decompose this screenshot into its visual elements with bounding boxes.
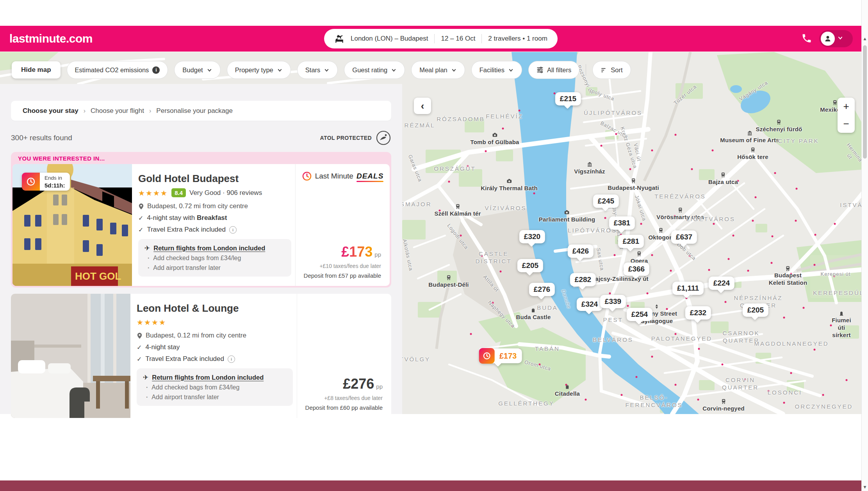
map-price-pin[interactable]: £205 — [743, 304, 768, 317]
scrollbar-thumb[interactable] — [863, 45, 867, 159]
chevron-right-icon: › — [149, 107, 151, 114]
hotel-dot-marker — [675, 384, 677, 386]
feature-text: 4-night stay — [145, 343, 180, 351]
location-pin-icon — [137, 332, 143, 339]
map-price-pin[interactable]: £254 — [627, 308, 652, 321]
hide-map-button[interactable]: Hide map — [12, 61, 61, 79]
map-price-pin[interactable]: £381 — [609, 216, 635, 230]
breadcrumb-step-flight[interactable]: Choose your flight — [91, 107, 144, 115]
flight-bullet: Add checked bags from £34/leg — [144, 255, 285, 262]
map-label: Budapest-Nyugati — [608, 178, 659, 192]
map-label: PEST — [603, 316, 623, 324]
info-icon[interactable]: i — [228, 355, 235, 363]
plane-bed-icon — [334, 34, 344, 44]
star-icons: ★★★★ — [137, 318, 166, 327]
map-price-pin[interactable]: £281 — [618, 235, 644, 248]
chevron-down-icon — [324, 67, 330, 73]
phone-button[interactable] — [800, 32, 814, 46]
hotel-name[interactable]: Leon Hotel & Lounge — [137, 302, 293, 314]
map-price-pin[interactable]: £245 — [593, 195, 619, 208]
hotel-dot-marker — [636, 376, 638, 378]
chevron-right-icon: › — [84, 107, 86, 114]
results-meta-row: 300+ results found ATOL PROTECTED — [11, 130, 391, 146]
hotel-dot-marker — [604, 217, 606, 219]
filter-co2[interactable]: Estimated CO2 emissions i — [67, 61, 168, 79]
price-column: £276pp +£8 taxes/fees due later Deposit … — [297, 294, 391, 418]
lastminute-results-page: ‹ + − RÉZMÁLRÓZSADOMBFELHÉVÍZTomb of Gül… — [0, 0, 868, 491]
price-block: £173pp +£10 taxes/fees due later Deposit… — [296, 244, 390, 279]
chevron-down-icon — [451, 67, 457, 73]
hotel-image[interactable]: HOT GOL Ends in 5d:11h: — [12, 164, 132, 286]
filter-guest-rating[interactable]: Guest rating — [344, 61, 405, 79]
sort-icon — [601, 67, 607, 73]
map-back-button[interactable]: ‹ — [414, 98, 431, 114]
scrollbar-down-arrow[interactable]: ▼ — [862, 485, 868, 489]
hotel-dot-marker — [783, 317, 785, 319]
scrollbar-up-arrow[interactable]: ▲ — [862, 37, 868, 41]
flights-included-link[interactable]: Return flights from London included — [152, 374, 264, 381]
map-price-pin[interactable]: £339 — [600, 295, 626, 308]
map-price-pin[interactable]: £173 — [479, 348, 522, 363]
hotel-dot-marker — [691, 168, 693, 170]
plane-icon: ✈ — [144, 244, 150, 252]
flights-included-link[interactable]: Return flights from London included — [153, 245, 265, 252]
all-filters-button[interactable]: All filters — [528, 61, 579, 79]
zoom-out-button[interactable]: − — [838, 115, 855, 133]
map-price-pin[interactable]: £215 — [555, 92, 581, 105]
hotel-image[interactable] — [11, 294, 130, 418]
filter-meal-plan[interactable]: Meal plan — [411, 61, 465, 79]
ends-in-time: 5d:11h: — [45, 182, 65, 189]
atol-protected: ATOL PROTECTED — [320, 130, 391, 146]
info-icon[interactable]: i — [229, 226, 237, 234]
browser-scrollbar[interactable]: ▲ ▼ — [861, 0, 868, 491]
breadcrumb-step-package[interactable]: Personalise your package — [156, 107, 233, 115]
map-label: RÓZSADOMB — [437, 116, 485, 123]
hotel-dot-marker — [647, 293, 649, 295]
hotel-card[interactable]: HOT GOL Ends in 5d:11h: — [12, 164, 390, 286]
map-label: Oktogon — [648, 228, 673, 241]
rail-icon — [721, 399, 726, 404]
sort-button[interactable]: Sort — [592, 61, 631, 79]
rating-score-badge: 8.4 — [171, 188, 186, 197]
results-count: 300+ results found — [11, 134, 72, 142]
map-price-pin[interactable]: £282 — [570, 273, 596, 286]
price-taxes: +£8 taxes/fees due later — [297, 395, 383, 401]
map-price-pin[interactable]: £426 — [568, 245, 594, 258]
map-price-pin[interactable]: £324 — [577, 298, 602, 311]
hotel-dot-marker — [675, 134, 677, 136]
hotel-name[interactable]: Gold Hotel Budapest — [138, 173, 291, 185]
filter-facilities[interactable]: Facilities — [471, 61, 522, 79]
map-price-pin[interactable]: £637 — [671, 230, 697, 244]
chevron-down-icon — [837, 35, 843, 43]
map-price-pin[interactable]: £205 — [517, 259, 543, 272]
hotel-details: Leon Hotel & Lounge ★★★★ Budapest, 0.12 … — [130, 294, 297, 418]
search-summary-bar[interactable]: London (LON) – Budapest 12 – 16 Oct 2 tr… — [324, 29, 558, 48]
map-label: Bajcsy-Zsilinszky út — [591, 275, 648, 283]
price-column: Last Minute DEALS £173pp +£10 taxes/fees… — [295, 164, 390, 286]
map-price-pin[interactable]: £320 — [519, 230, 545, 243]
account-menu[interactable] — [819, 30, 853, 47]
zoom-in-button[interactable]: + — [838, 98, 855, 115]
divider — [586, 64, 586, 76]
filter-budget[interactable]: Budget — [174, 61, 220, 79]
atol-label: ATOL PROTECTED — [320, 135, 372, 141]
hotel-dot-marker — [651, 150, 653, 152]
castle-icon — [531, 307, 536, 313]
map-price-pin[interactable]: £1,111 — [672, 282, 704, 295]
hotel-dot-marker — [609, 293, 611, 295]
hotel-card[interactable]: Leon Hotel & Lounge ★★★★ Budapest, 0.12 … — [11, 294, 391, 418]
filter-stars[interactable]: Stars — [297, 61, 338, 79]
map-price-pin[interactable]: £224 — [709, 277, 734, 290]
hotel-dot-marker — [708, 269, 710, 271]
map-price-pin[interactable]: £276 — [529, 283, 555, 296]
map-label: Tomb of Gülbaba — [470, 132, 519, 146]
map-price-pin[interactable]: £366 — [624, 262, 649, 276]
castle-icon — [565, 384, 570, 389]
brand-logo[interactable]: lastminute.com — [9, 32, 93, 45]
map-price-pin[interactable]: £232 — [685, 306, 711, 320]
breadcrumb-step-stay[interactable]: Choose your stay — [23, 107, 78, 115]
map-label: Király Thermal Bath — [481, 179, 538, 192]
filter-property-type[interactable]: Property type — [227, 61, 291, 79]
map-label: GELLÉRTHEGY — [498, 400, 554, 407]
divider — [481, 34, 482, 43]
